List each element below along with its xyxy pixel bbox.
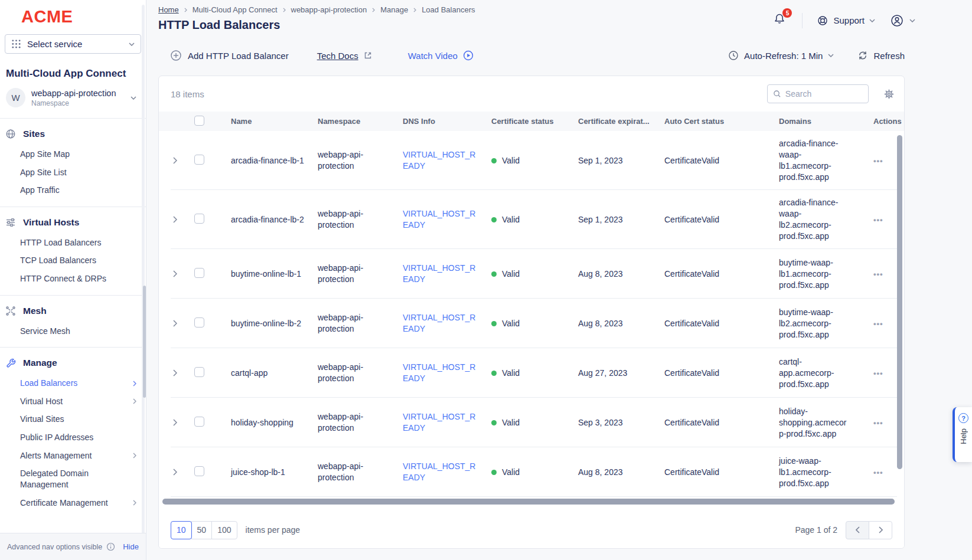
page-size-100-button[interactable]: 100: [211, 521, 237, 539]
column-header-dns-info[interactable]: DNS Info: [403, 117, 491, 126]
sidebar-item-public-ip-addresses[interactable]: Public IP Addresses: [0, 428, 146, 447]
column-header-certificate-status[interactable]: Certificate status: [491, 117, 578, 126]
breadcrumb-multi-cloud-app-connect[interactable]: Multi-Cloud App Connect: [193, 5, 278, 14]
sidebar-section-virtual-hosts[interactable]: Virtual Hosts: [0, 216, 146, 234]
row-actions-menu[interactable]: •••: [873, 468, 883, 477]
valid-status-dot: [491, 158, 497, 163]
dns-info-link[interactable]: VIRTUAL_HOST_READY: [403, 209, 475, 230]
vertical-scrollbar-thumb[interactable]: [897, 135, 902, 469]
table-settings-button[interactable]: [883, 89, 895, 100]
row-checkbox[interactable]: [194, 466, 204, 476]
row-checkbox[interactable]: [194, 367, 204, 377]
sidebar-item-virtual-sites[interactable]: Virtual Sites: [0, 410, 146, 428]
row-expand-chevron[interactable]: [171, 466, 184, 478]
horizontal-scrollbar-thumb[interactable]: [162, 499, 895, 505]
dns-info-link[interactable]: VIRTUAL_HOST_READY: [403, 461, 475, 482]
row-checkbox[interactable]: [194, 417, 204, 427]
column-header-namespace[interactable]: Namespace: [318, 117, 403, 126]
row-checkbox[interactable]: [194, 155, 204, 165]
sidebar-item-alerts-management[interactable]: Alerts Management: [0, 447, 146, 465]
sidebar-section-manage[interactable]: Manage: [0, 356, 146, 374]
support-menu[interactable]: Support: [817, 15, 875, 27]
cell-certificate-status: Valid: [491, 155, 578, 166]
chevron-right-icon: [879, 526, 883, 533]
sidebar-item-delegated-domain-management[interactable]: Delegated Domain Management: [0, 464, 146, 493]
sidebar-item-load-balancers[interactable]: Load Balancers: [0, 374, 146, 392]
account-menu[interactable]: [889, 13, 915, 28]
add-http-load-balancer-button[interactable]: Add HTTP Load Balancer: [170, 50, 289, 61]
dns-info-link[interactable]: VIRTUAL_HOST_READY: [403, 263, 475, 284]
row-actions-menu[interactable]: •••: [873, 418, 883, 427]
mesh-icon: [5, 306, 16, 316]
breadcrumb-load-balancers[interactable]: Load Balancers: [422, 5, 475, 14]
sidebar-item-app-site-map[interactable]: App Site Map: [0, 145, 146, 163]
dns-info-link[interactable]: VIRTUAL_HOST_READY: [403, 313, 475, 333]
column-header-auto-cert-status[interactable]: Auto Cert status: [664, 117, 779, 126]
watch-video-link[interactable]: Watch Video: [408, 50, 474, 61]
hide-nav-link[interactable]: Hide: [123, 542, 139, 551]
column-header-name[interactable]: Name: [231, 117, 318, 126]
chevron-right-icon: [173, 369, 177, 376]
page-size-50-button[interactable]: 50: [191, 521, 213, 539]
column-header-domains[interactable]: Domains: [779, 117, 873, 126]
horizontal-scrollbar[interactable]: [162, 499, 895, 506]
cell-dns-info: VIRTUAL_HOST_READY: [403, 208, 491, 231]
row-expand-chevron[interactable]: [171, 317, 184, 329]
row-expand-chevron[interactable]: [171, 367, 184, 379]
chevron-down-icon: [131, 96, 136, 100]
select-all-checkbox[interactable]: [194, 116, 204, 126]
row-actions-menu[interactable]: •••: [873, 156, 883, 165]
row-actions-menu[interactable]: •••: [873, 215, 883, 224]
row-expand-chevron[interactable]: [171, 417, 184, 428]
sidebar-scrollbar[interactable]: [142, 5, 145, 555]
row-actions-menu[interactable]: •••: [873, 369, 883, 378]
cell-name: cartql-app: [231, 368, 318, 379]
row-expand-chevron[interactable]: [171, 155, 184, 166]
cell-namespace: webapp-api-protection: [318, 411, 403, 434]
sidebar-item-http-load-balancers[interactable]: HTTP Load Balancers: [0, 234, 146, 252]
life-ring-icon: [817, 15, 829, 27]
refresh-button[interactable]: Refresh: [857, 50, 905, 61]
column-header-certificate-expiration[interactable]: Certificate expirat...: [578, 117, 664, 126]
notifications-button[interactable]: 5: [771, 11, 788, 30]
select-service-dropdown[interactable]: Select service: [5, 34, 141, 54]
row-checkbox[interactable]: [194, 214, 204, 224]
sidebar-item-service-mesh[interactable]: Service Mesh: [0, 322, 146, 340]
breadcrumb-namespace[interactable]: webapp-api-protection: [291, 5, 367, 14]
cell-auto-cert-status: CertificateValid: [664, 368, 779, 379]
sidebar-item-app-traffic[interactable]: App Traffic: [0, 181, 146, 199]
table-row: arcadia-finance-lb-2 webapp-api-protecti…: [159, 190, 904, 249]
sidebar-section-sites[interactable]: Sites: [0, 127, 146, 145]
sidebar-scrollbar-thumb[interactable]: [143, 286, 146, 398]
namespace-avatar: W: [6, 88, 25, 107]
sidebar-item-tcp-load-balancers[interactable]: TCP Load Balancers: [0, 251, 146, 270]
sidebar-item-http-connect-drps[interactable]: HTTP Connect & DRPs: [0, 270, 146, 288]
sidebar-nav: Sites App Site Map App Site List App Tra…: [0, 118, 146, 533]
prev-page-button[interactable]: [846, 521, 869, 539]
valid-status-dot: [491, 321, 497, 326]
row-expand-chevron[interactable]: [171, 214, 184, 225]
sidebar-item-app-site-list[interactable]: App Site List: [0, 163, 146, 182]
help-tab[interactable]: ? Help: [953, 407, 972, 462]
sidebar-section-mesh[interactable]: Mesh: [0, 304, 146, 322]
page-size-10-button[interactable]: 10: [171, 521, 192, 539]
next-page-button[interactable]: [869, 521, 892, 539]
sidebar-item-certificate-management[interactable]: Certificate Management: [0, 494, 146, 512]
breadcrumb-home[interactable]: Home: [158, 5, 179, 14]
auto-refresh-dropdown[interactable]: Auto-Refresh: 1 Min: [728, 50, 834, 61]
dns-info-link[interactable]: VIRTUAL_HOST_READY: [403, 412, 475, 433]
row-checkbox[interactable]: [194, 268, 204, 278]
row-expand-chevron[interactable]: [171, 268, 184, 280]
dns-info-link[interactable]: VIRTUAL_HOST_READY: [403, 150, 475, 171]
tech-docs-link[interactable]: Tech Docs: [317, 51, 373, 61]
dns-info-link[interactable]: VIRTUAL_HOST_READY: [403, 362, 475, 383]
row-actions-menu[interactable]: •••: [873, 270, 883, 279]
row-checkbox[interactable]: [194, 317, 204, 328]
search-input[interactable]: [785, 89, 863, 99]
namespace-selector[interactable]: W webapp-api-protection Namespace: [6, 88, 141, 107]
table-row: arcadia-finance-lb-1 webapp-api-protecti…: [159, 131, 904, 190]
sidebar-item-virtual-host[interactable]: Virtual Host: [0, 392, 146, 411]
certificate-status-text: Valid: [502, 467, 520, 478]
breadcrumb-manage[interactable]: Manage: [380, 5, 408, 14]
row-actions-menu[interactable]: •••: [873, 319, 883, 328]
